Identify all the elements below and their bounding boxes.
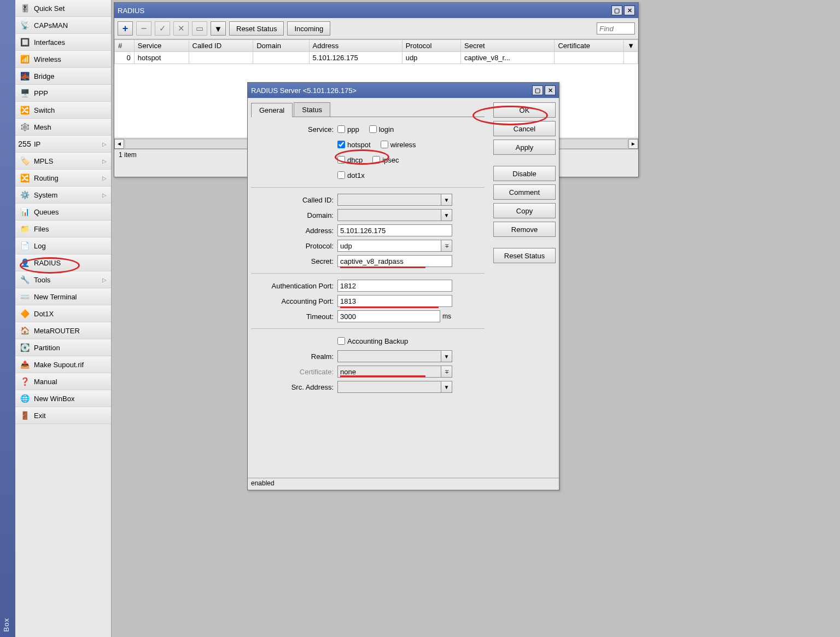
close-button[interactable]: ✕ (624, 5, 635, 15)
minimize-button[interactable]: ▢ (611, 5, 622, 15)
reset-status-button[interactable]: Reset Status (229, 21, 284, 36)
add-button[interactable]: + (118, 21, 133, 36)
sidebar-item-label: Queues (34, 208, 107, 216)
address-input[interactable] (337, 224, 452, 236)
protocol-dropdown[interactable]: ∓ (441, 240, 452, 252)
main-area: RADIUS ▢ ✕ + − ✓ ✕ ▭ ▼ Reset Status Inco… (112, 0, 840, 637)
sidebar-item-label: PPP (34, 89, 107, 97)
comment-button[interactable]: Comment (493, 184, 556, 200)
apply-button[interactable]: Apply (493, 140, 556, 155)
col-called-id[interactable]: Called ID (189, 40, 253, 52)
src-addr-input[interactable] (337, 381, 441, 393)
col-domain[interactable]: Domain (253, 40, 309, 52)
service-label: Service: (251, 125, 337, 134)
col-certificate[interactable]: Certificate (555, 40, 624, 52)
col-address[interactable]: Address (309, 40, 402, 52)
domain-dropdown[interactable]: ▼ (441, 209, 452, 221)
service-hotspot-checkbox[interactable] (337, 141, 345, 148)
sidebar-item-manual[interactable]: ❓Manual (15, 373, 111, 390)
remove-button[interactable]: − (136, 21, 151, 36)
src-addr-dropdown[interactable]: ▼ (441, 381, 452, 393)
ok-button[interactable]: OK (493, 102, 556, 118)
service-login-label: login (379, 125, 394, 134)
copy-button[interactable]: Copy (493, 203, 556, 218)
sidebar-item-exit[interactable]: 🚪Exit (15, 407, 111, 424)
sidebar-item-label: Wireless (34, 55, 107, 63)
col-service[interactable]: Service (134, 40, 189, 52)
filter-button[interactable]: ▼ (211, 21, 226, 36)
cert-input[interactable] (337, 366, 441, 378)
sidebar-item-new-terminal[interactable]: ⌨️New Terminal (15, 288, 111, 305)
sidebar-item-tools[interactable]: 🔧Tools▷ (15, 271, 111, 288)
find-input[interactable] (597, 22, 635, 34)
sidebar-item-queues[interactable]: 📊Queues (15, 204, 111, 221)
sidebar-icon: 🔀 (20, 105, 30, 115)
dialog-minimize-button[interactable]: ▢ (532, 85, 543, 95)
sidebar-item-new-winbox[interactable]: 🌐New WinBox (15, 390, 111, 407)
cancel-button[interactable]: Cancel (493, 121, 556, 136)
col-menu[interactable]: ▼ (624, 40, 638, 52)
sidebar-item-interfaces[interactable]: 🔲Interfaces (15, 34, 111, 51)
sidebar-item-routing[interactable]: 🔀Routing▷ (15, 170, 111, 187)
acct-port-input[interactable] (337, 295, 452, 307)
service-login-checkbox[interactable] (369, 125, 377, 133)
timeout-label: Timeout: (251, 312, 337, 321)
disable-button[interactable]: Disable (493, 166, 556, 181)
sidebar-item-label: Quick Set (34, 4, 107, 13)
service-ipsec-checkbox[interactable] (372, 156, 380, 164)
service-wireless-label: wireless (390, 141, 416, 149)
cert-dropdown[interactable]: ∓ (441, 366, 452, 378)
sidebar-item-bridge[interactable]: 🌉Bridge (15, 68, 111, 85)
sidebar-item-files[interactable]: 📁Files (15, 221, 111, 238)
tab-general[interactable]: General (251, 103, 293, 117)
tab-status[interactable]: Status (294, 102, 330, 117)
service-dhcp-label: dhcp (347, 156, 363, 164)
protocol-label: Protocol: (251, 242, 337, 250)
sidebar-item-metarouter[interactable]: 🏠MetaROUTER (15, 322, 111, 339)
sidebar-item-ppp[interactable]: 🖥️PPP (15, 85, 111, 102)
col-secret[interactable]: Secret (461, 40, 555, 52)
sidebar-item-dot1x[interactable]: 🔶Dot1X (15, 305, 111, 322)
incoming-button[interactable]: Incoming (287, 21, 330, 36)
realm-dropdown[interactable]: ▼ (441, 350, 452, 362)
auth-port-input[interactable] (337, 280, 452, 292)
sidebar-item-wireless[interactable]: 📶Wireless (15, 51, 111, 68)
disable-button[interactable]: ✕ (173, 21, 189, 36)
sidebar-item-switch[interactable]: 🔀Switch (15, 102, 111, 119)
timeout-input[interactable] (337, 310, 440, 322)
sidebar-item-radius[interactable]: 👤RADIUS (15, 254, 111, 271)
scroll-left-button[interactable]: ◄ (114, 139, 124, 149)
protocol-input[interactable] (337, 240, 441, 252)
service-ppp-checkbox[interactable] (337, 125, 345, 133)
cell-domain (253, 52, 309, 64)
domain-input[interactable] (337, 209, 441, 221)
col-protocol[interactable]: Protocol (402, 40, 460, 52)
sidebar-item-capsman[interactable]: 📡CAPsMAN (15, 17, 111, 34)
col--[interactable]: # (115, 40, 135, 52)
sidebar-item-mesh[interactable]: 🕸️Mesh (15, 119, 111, 136)
sidebar-item-system[interactable]: ⚙️System▷ (15, 187, 111, 204)
service-wireless-checkbox[interactable] (381, 141, 388, 148)
sidebar-item-ip[interactable]: 255IP▷ (15, 136, 111, 153)
sidebar-item-label: IP (34, 140, 102, 148)
table-row[interactable]: 0hotspot5.101.126.175udpcaptive_v8_r... (115, 52, 638, 64)
called-id-input[interactable] (337, 194, 441, 206)
sidebar-item-partition[interactable]: 💽Partition (15, 339, 111, 356)
sidebar-item-make-supout-rif[interactable]: 📤Make Supout.rif (15, 356, 111, 373)
sidebar-item-quick-set[interactable]: 🎚️Quick Set (15, 0, 111, 17)
enable-button[interactable]: ✓ (155, 21, 170, 36)
dialog-close-button[interactable]: ✕ (545, 85, 556, 95)
called-id-dropdown[interactable]: ▼ (441, 194, 452, 206)
acct-backup-checkbox[interactable] (337, 337, 345, 345)
remove-button-dlg[interactable]: Remove (493, 222, 556, 237)
service-dot1x-checkbox[interactable] (337, 171, 345, 179)
reset-status-button-dlg[interactable]: Reset Status (493, 248, 556, 263)
sidebar-item-mpls[interactable]: 🏷️MPLS▷ (15, 153, 111, 170)
secret-input[interactable] (337, 255, 452, 267)
comment-button-icon[interactable]: ▭ (192, 21, 207, 36)
sidebar-item-log[interactable]: 📄Log (15, 238, 111, 254)
scroll-right-button[interactable]: ► (628, 139, 638, 149)
sidebar-icon: 📡 (20, 20, 30, 30)
realm-input[interactable] (337, 350, 441, 362)
service-dhcp-checkbox[interactable] (337, 156, 345, 164)
